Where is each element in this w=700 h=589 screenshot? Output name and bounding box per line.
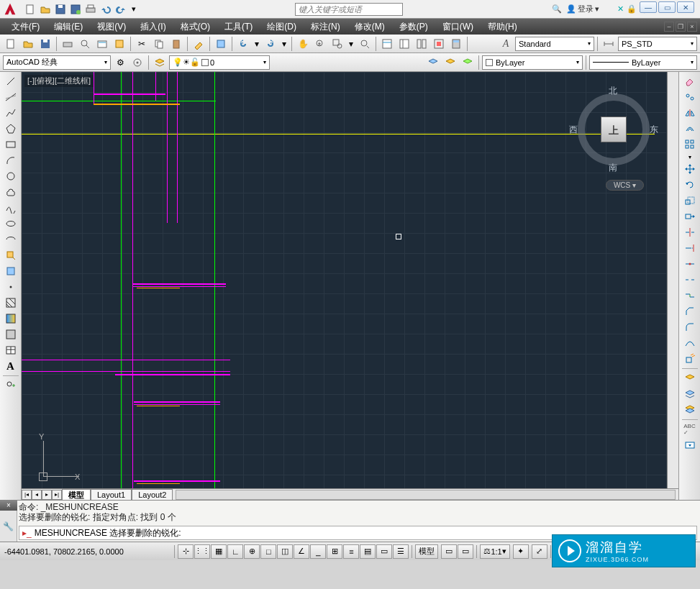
tb-cut[interactable]: ✂ xyxy=(134,36,150,52)
tool-array[interactable] xyxy=(681,137,699,152)
qat-undo[interactable] xyxy=(99,2,113,17)
command-config-icon[interactable]: 🔧 xyxy=(0,511,17,542)
workspace-dropdown[interactable]: AutoCAD 经典 xyxy=(3,55,111,70)
tb-markup[interactable] xyxy=(431,36,447,52)
sb-3dosnap[interactable]: ◫ xyxy=(277,544,293,559)
sb-osnap[interactable]: □ xyxy=(260,544,276,559)
app-logo[interactable] xyxy=(0,0,20,19)
tb-props[interactable] xyxy=(379,36,395,52)
tool-layer-copy[interactable] xyxy=(681,386,699,402)
tool-block[interactable] xyxy=(1,263,20,279)
tool-break[interactable] xyxy=(681,272,699,288)
doc-close[interactable]: × xyxy=(687,22,697,32)
stayconnected-icon[interactable]: 🔒 xyxy=(627,4,637,14)
menu-window[interactable]: 窗口(W) xyxy=(437,19,479,35)
sb-sc[interactable]: ☰ xyxy=(393,544,409,559)
menu-format[interactable]: 格式(O) xyxy=(175,19,216,35)
tool-offset[interactable] xyxy=(681,121,699,137)
tool-fillet[interactable] xyxy=(681,319,699,335)
viewcube[interactable]: 上 北 南 东 西 xyxy=(571,86,657,173)
wcs-indicator[interactable]: WCS ▾ xyxy=(606,180,644,191)
menu-insert[interactable]: 插入(I) xyxy=(135,19,171,35)
viewcube-top[interactable]: 上 xyxy=(601,117,627,142)
tb-undo[interactable] xyxy=(235,36,251,52)
sb-ducs[interactable]: ⎯ xyxy=(310,544,326,559)
tool-gradient[interactable] xyxy=(1,311,20,327)
tool-trim[interactable] xyxy=(681,224,699,240)
qat-redo[interactable] xyxy=(114,2,128,17)
tab-last[interactable]: ▸| xyxy=(52,490,62,500)
menu-param[interactable]: 参数(P) xyxy=(394,19,434,35)
tool-options[interactable]: ABC✓ xyxy=(681,421,699,437)
tool-polygon[interactable] xyxy=(1,121,20,137)
sb-tpy[interactable]: ▤ xyxy=(360,544,376,559)
menu-help[interactable]: 帮助(H) xyxy=(482,19,523,35)
qat-save[interactable] xyxy=(53,2,68,17)
tool-scale[interactable] xyxy=(681,193,699,209)
tool-point[interactable] xyxy=(1,279,20,295)
tool-addsel[interactable] xyxy=(1,378,20,393)
tb-textstyle-btn[interactable]: A xyxy=(498,36,514,52)
tool-insert[interactable] xyxy=(1,247,20,263)
tool-text[interactable]: A xyxy=(1,358,20,374)
tab-layout2[interactable]: Layout2 xyxy=(132,489,173,501)
coordinates[interactable]: -64401.0981, 70802.2165, 0.0000 xyxy=(4,547,148,556)
qat-saveas[interactable] xyxy=(68,2,83,17)
viewcube-east[interactable]: 东 xyxy=(650,124,658,136)
menu-file[interactable]: 文件(F) xyxy=(6,19,45,35)
tool-table[interactable] xyxy=(1,342,20,358)
sb-otrack[interactable]: ∠ xyxy=(294,544,309,559)
tb-zoom-rt[interactable]: ± xyxy=(312,36,328,52)
tool-break-at[interactable] xyxy=(681,256,699,272)
tool-region[interactable] xyxy=(1,327,20,342)
workspace-gear2-icon[interactable] xyxy=(129,55,145,70)
qat-new[interactable] xyxy=(23,2,37,17)
menu-tools[interactable]: 工具(T) xyxy=(219,19,258,35)
doc-minimize[interactable]: – xyxy=(664,22,674,32)
tool-ellipse[interactable] xyxy=(1,216,20,232)
signin-button[interactable]: 👤 登录 ▾ xyxy=(566,4,599,14)
layer-dropdown[interactable]: 💡 ☀ 🔓 0 xyxy=(169,55,270,70)
tb-zoom-prev[interactable] xyxy=(357,36,373,52)
menu-dim[interactable]: 标注(N) xyxy=(305,19,346,35)
tool-join[interactable] xyxy=(681,288,699,303)
tool-rect[interactable] xyxy=(1,137,20,152)
vertical-scrollbar[interactable] xyxy=(667,72,678,488)
tab-first[interactable]: |◂ xyxy=(22,490,32,500)
tool-arc[interactable] xyxy=(1,152,20,168)
tb-save[interactable] xyxy=(37,36,53,52)
tool-erase[interactable] xyxy=(681,73,699,89)
menu-modify[interactable]: 修改(M) xyxy=(349,19,391,35)
tb-zoom-win[interactable] xyxy=(329,36,345,52)
tool-stretch[interactable] xyxy=(681,209,699,224)
tb-redo[interactable] xyxy=(263,36,278,52)
sb-modelspace[interactable]: 模型 xyxy=(415,544,438,559)
viewcube-north[interactable]: 北 xyxy=(609,85,617,97)
linetype-dropdown[interactable]: ByLayer xyxy=(589,55,697,70)
sb-dyn[interactable]: ⊞ xyxy=(327,544,342,559)
close-button[interactable]: ✕ xyxy=(677,1,694,13)
tb-match[interactable] xyxy=(191,36,206,52)
tool-dropdown[interactable] xyxy=(681,437,699,453)
text-style-dropdown[interactable]: Standard xyxy=(515,37,594,51)
tb-3ddwf[interactable] xyxy=(112,36,127,52)
minimize-button[interactable]: — xyxy=(640,1,657,13)
tb-preview[interactable] xyxy=(77,36,93,52)
sb-qp[interactable]: ▭ xyxy=(376,544,392,559)
tb-plot[interactable] xyxy=(60,36,76,52)
dim-style-dropdown[interactable]: PS_STD xyxy=(618,37,697,51)
sb-snap[interactable]: ⋮⋮ xyxy=(194,544,210,559)
color-dropdown[interactable]: ByLayer xyxy=(482,55,583,70)
tool-xline[interactable] xyxy=(1,89,20,105)
tb-publish[interactable] xyxy=(94,36,110,52)
tool-copy[interactable] xyxy=(681,89,699,105)
tool-move[interactable] xyxy=(681,161,699,177)
viewport-label[interactable]: [-][俯视][二维线框] xyxy=(24,75,94,87)
tb-dimstyle-btn[interactable] xyxy=(601,36,617,52)
tb-paste[interactable] xyxy=(168,36,184,52)
tb-new[interactable] xyxy=(3,36,19,52)
tb-zoom-win-drop[interactable]: ▾ xyxy=(347,36,355,52)
viewcube-west[interactable]: 西 xyxy=(569,124,578,136)
tab-next[interactable]: ▸ xyxy=(42,490,52,500)
command-close[interactable]: × xyxy=(0,501,17,511)
